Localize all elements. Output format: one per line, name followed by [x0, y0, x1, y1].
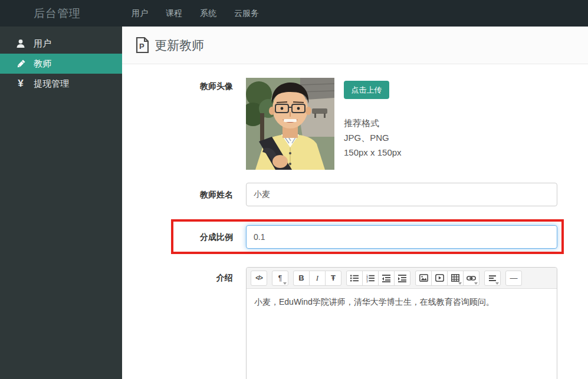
nav-item-courses[interactable]: 课程 — [157, 0, 191, 27]
video-icon — [435, 274, 444, 282]
brand-title: 后台管理 — [34, 0, 81, 27]
italic-icon: I — [316, 273, 318, 283]
code-view-button[interactable]: </> — [251, 271, 267, 286]
page-header: P 更新教师 — [122, 27, 588, 64]
main-content: P 更新教师 教师头像 — [122, 27, 588, 379]
ratio-label: 分成比例 — [136, 225, 233, 249]
italic-button[interactable]: I — [309, 271, 326, 286]
name-label: 教师姓名 — [136, 183, 233, 206]
unordered-list-button[interactable] — [346, 271, 363, 286]
nav-item-cloud[interactable]: 云服务 — [225, 0, 268, 27]
link-icon — [467, 275, 476, 281]
unordered-list-icon — [350, 274, 359, 282]
image-button[interactable] — [415, 271, 432, 286]
format-hint: 推荐格式 JPG、PNG 150px x 150px — [344, 116, 402, 160]
strikethrough-icon: Ŧ — [331, 273, 336, 282]
paragraph-style-button[interactable]: ¶ — [272, 271, 288, 286]
indent-button[interactable] — [394, 271, 410, 286]
sidebar-item-label: 教师 — [34, 58, 51, 70]
yen-icon: ¥ — [15, 78, 27, 90]
outdent-icon — [382, 274, 390, 282]
navbar-menu: 用户 课程 系统 云服务 — [123, 0, 268, 27]
sidebar-item-users[interactable]: 用户 — [0, 34, 122, 54]
sidebar-item-withdrawals[interactable]: ¥ 提现管理 — [0, 74, 122, 94]
ordered-list-button[interactable]: 123 — [362, 271, 379, 286]
sidebar: 用户 教师 ¥ 提现管理 — [0, 27, 122, 379]
rich-text-editor: </> ¶ B I Ŧ 123 — [246, 267, 557, 379]
paragraph-icon: ¶ — [278, 274, 282, 282]
sidebar-item-teachers[interactable]: 教师 — [0, 54, 122, 74]
svg-text:P: P — [139, 42, 144, 51]
hint-line: 推荐格式 — [344, 116, 402, 130]
user-icon — [15, 39, 27, 48]
hr-button[interactable]: — — [505, 271, 522, 286]
strikethrough-button[interactable]: Ŧ — [325, 271, 341, 286]
hint-line: 150px x 150px — [344, 145, 402, 160]
sidebar-item-label: 提现管理 — [34, 78, 69, 90]
indent-icon — [398, 274, 406, 282]
hint-line: JPG、PNG — [344, 130, 402, 145]
nav-item-users[interactable]: 用户 — [123, 0, 157, 27]
teacher-avatar-image — [246, 78, 334, 170]
intro-label: 介绍 — [136, 267, 233, 288]
document-p-icon: P — [136, 37, 149, 54]
avatar-label: 教师头像 — [136, 81, 233, 92]
editor-content[interactable]: 小麦，EduWind学院讲师，清华大学博士生，在线教育咨询顾问。 — [247, 289, 557, 379]
upload-button[interactable]: 点击上传 — [344, 81, 389, 99]
bold-button[interactable]: B — [293, 271, 310, 286]
table-button[interactable] — [447, 271, 464, 286]
picture-icon — [419, 274, 428, 282]
page-title: 更新教师 — [155, 37, 204, 54]
ratio-input[interactable] — [246, 225, 557, 249]
paragraph-align-icon — [489, 275, 497, 282]
table-icon — [451, 274, 459, 282]
chevron-down-icon — [495, 282, 499, 285]
chevron-down-icon — [283, 282, 287, 285]
align-button[interactable] — [484, 271, 501, 286]
ordered-list-icon: 123 — [366, 274, 375, 282]
sidebar-item-label: 用户 — [34, 38, 51, 50]
code-icon: </> — [255, 275, 262, 281]
bold-icon: B — [298, 273, 304, 282]
svg-text:3: 3 — [366, 279, 368, 282]
nav-item-system[interactable]: 系统 — [191, 0, 225, 27]
horizontal-rule-icon: — — [510, 273, 518, 282]
chevron-down-icon — [474, 282, 478, 285]
name-input[interactable] — [246, 183, 557, 206]
top-navbar: 后台管理 用户 课程 系统 云服务 — [0, 0, 588, 27]
outdent-button[interactable] — [378, 271, 395, 286]
editor-toolbar: </> ¶ B I Ŧ 123 — [247, 268, 557, 289]
link-button[interactable] — [463, 271, 479, 286]
pencil-icon — [15, 59, 27, 69]
video-button[interactable] — [431, 271, 448, 286]
chevron-down-icon — [458, 282, 462, 285]
